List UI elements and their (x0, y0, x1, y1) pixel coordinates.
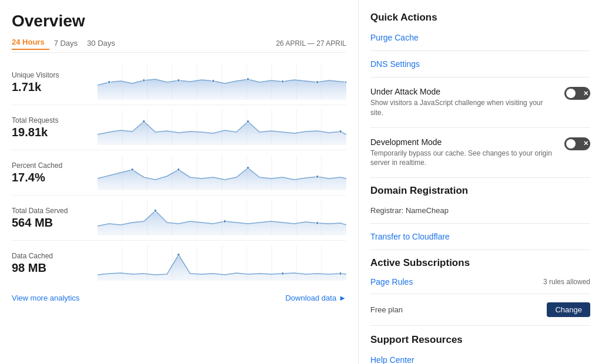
svg-point-16 (316, 81, 319, 84)
dev-mode-toggle[interactable]: ✕ (564, 137, 590, 150)
divider (370, 50, 590, 51)
svg-point-44 (316, 176, 319, 178)
svg-point-42 (177, 168, 180, 171)
page-title: Overview (12, 12, 346, 31)
svg-point-28 (142, 120, 145, 123)
chart-unique-visitors (98, 65, 346, 100)
metric-total-data: Total Data Served 564 MB (12, 196, 346, 241)
download-data-link[interactable]: Download data ► (285, 294, 346, 302)
svg-point-14 (246, 78, 249, 81)
svg-point-13 (212, 80, 215, 83)
view-analytics-link[interactable]: View more analytics (12, 294, 79, 302)
page-rules-row: Page Rules 3 rules allowed (370, 275, 590, 289)
support-title: Support Resources (370, 334, 590, 346)
metric-data-cached: Data Cached 98 MB (12, 241, 346, 285)
metric-value-0: 1.71k (12, 80, 88, 94)
metric-label-4: Data Cached (12, 252, 88, 260)
transfer-cloudflare-link[interactable]: Transfer to Cloudflare (370, 228, 590, 245)
svg-point-41 (131, 168, 134, 171)
dns-settings-link[interactable]: DNS Settings (370, 56, 590, 72)
metric-value-3: 564 MB (12, 216, 88, 230)
subscriptions-title: Active Subscriptions (370, 257, 590, 269)
tab-30d[interactable]: 30 Days (87, 38, 120, 49)
toggle-x-2: ✕ (583, 140, 588, 147)
left-panel: Overview 24 Hours 7 Days 30 Days 26 APRI… (0, 0, 359, 364)
quick-actions-title: Quick Actions (370, 12, 590, 23)
under-attack-row: Under Attack Mode Show visitors a JavaSc… (370, 82, 590, 123)
under-attack-desc: Show visitors a JavaScript challenge whe… (370, 98, 557, 118)
arrow-icon: ► (339, 294, 346, 302)
svg-point-56 (223, 220, 226, 223)
chart-data-cached (98, 245, 346, 281)
toggle-x: ✕ (583, 90, 588, 97)
svg-point-57 (316, 222, 319, 225)
support-section: Support Resources Help Center Community (370, 334, 590, 364)
under-attack-title: Under Attack Mode (370, 87, 557, 96)
divider (370, 77, 590, 77)
svg-point-68 (177, 254, 180, 257)
metric-label-3: Total Data Served (12, 207, 88, 215)
dev-mode-desc: Temporarily bypass our cache. See change… (370, 149, 557, 168)
toggle-knob-2 (566, 139, 576, 149)
svg-point-29 (246, 120, 249, 123)
chart-total-requests (98, 110, 346, 145)
svg-point-15 (281, 80, 284, 83)
metric-percent-cached: Percent Cached 17.4% (12, 150, 346, 196)
page-rules-link[interactable]: Page Rules (370, 277, 413, 287)
divider (370, 294, 590, 294)
domain-reg-title: Domain Registration (370, 185, 590, 197)
metric-value-1: 19.81k (12, 126, 88, 139)
right-panel: Quick Actions Purge Cache DNS Settings U… (359, 0, 602, 364)
registrar-text: Registrar: NameCheap (370, 203, 590, 218)
metric-label-1: Total Requests (12, 116, 88, 124)
svg-point-43 (246, 167, 249, 170)
tab-24h[interactable]: 24 Hours (12, 36, 49, 50)
divider (370, 250, 590, 250)
plan-name: Free plan (370, 305, 403, 314)
svg-point-70 (339, 272, 342, 275)
svg-point-30 (339, 130, 342, 133)
time-tabs-row: 24 Hours 7 Days 30 Days 26 APRIL — 27 AP… (12, 36, 346, 53)
chart-percent-cached (98, 155, 346, 190)
rules-allowed: 3 rules allowed (543, 278, 590, 286)
chart-total-data (98, 200, 346, 235)
divider (370, 127, 590, 128)
divider (370, 223, 590, 224)
metric-label-0: Unique Visitors (12, 71, 88, 79)
metric-unique-visitors: Unique Visitors 1.71k (12, 60, 346, 105)
svg-point-11 (142, 79, 145, 82)
download-label: Download data (285, 294, 336, 302)
svg-point-12 (177, 79, 180, 82)
tab-7d[interactable]: 7 Days (54, 38, 82, 49)
metric-total-requests: Total Requests 19.81k (12, 105, 346, 150)
svg-point-55 (154, 210, 157, 213)
purge-cache-link[interactable]: Purge Cache (370, 29, 590, 46)
dev-mode-row: Development Mode Temporarily bypass our … (370, 133, 590, 173)
metric-value-2: 17.4% (12, 171, 88, 184)
svg-point-69 (281, 272, 284, 275)
metric-value-4: 98 MB (12, 261, 88, 275)
svg-point-10 (108, 81, 111, 84)
divider (370, 177, 590, 178)
plan-row: Free plan Change (370, 299, 590, 321)
date-range: 26 APRIL — 27 APRIL (276, 39, 346, 48)
svg-point-17 (345, 81, 346, 84)
help-center-link[interactable]: Help Center (370, 352, 590, 364)
divider (370, 325, 590, 326)
change-plan-button[interactable]: Change (547, 302, 590, 317)
metric-label-2: Percent Cached (12, 161, 88, 170)
toggle-knob (566, 89, 576, 98)
analytics-footer: View more analytics Download data ► (12, 294, 346, 302)
under-attack-toggle[interactable]: ✕ (564, 87, 590, 100)
dev-mode-title: Development Mode (370, 137, 557, 147)
